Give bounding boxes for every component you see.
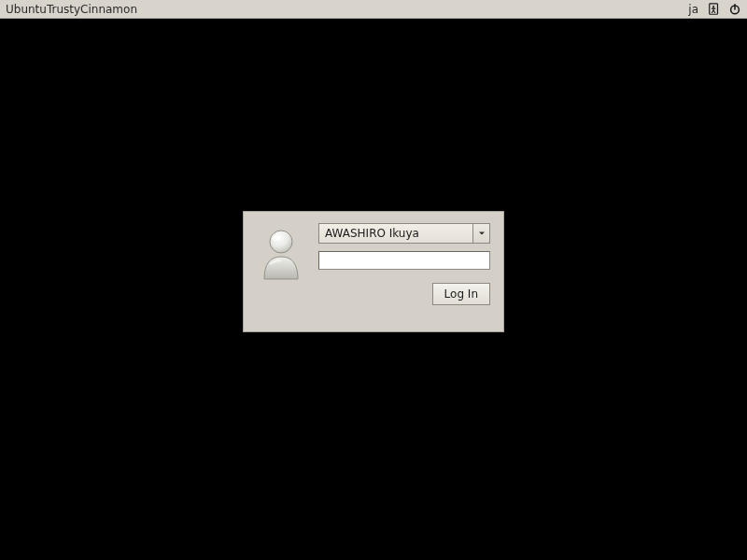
language-indicator[interactable]: ja: [688, 3, 700, 16]
accessibility-icon[interactable]: [708, 3, 721, 16]
top-panel: UbuntuTrustyCinnamon ja: [0, 0, 747, 19]
svg-point-5: [273, 235, 280, 241]
system-tray: ja: [688, 3, 741, 16]
user-select-arrow: [472, 224, 489, 243]
chevron-down-icon: [478, 230, 486, 237]
button-row: Log In: [318, 283, 490, 305]
hostname-label: UbuntuTrustyCinnamon: [6, 3, 137, 16]
login-dialog: AWASHIRO Ikuya Log In: [243, 211, 504, 332]
power-svg: [728, 3, 741, 16]
svg-point-1: [712, 5, 714, 7]
login-button[interactable]: Log In: [432, 283, 490, 305]
avatar-column: [255, 223, 307, 320]
svg-point-4: [270, 231, 292, 253]
password-input[interactable]: [318, 251, 490, 270]
accessibility-svg: [708, 3, 721, 16]
login-form: AWASHIRO Ikuya Log In: [318, 223, 490, 320]
language-indicator-label: ja: [688, 3, 698, 16]
user-select-label: AWASHIRO Ikuya: [319, 224, 472, 243]
power-icon[interactable]: [728, 3, 741, 16]
user-select[interactable]: AWASHIRO Ikuya: [318, 223, 490, 244]
user-avatar-icon: [257, 227, 305, 281]
